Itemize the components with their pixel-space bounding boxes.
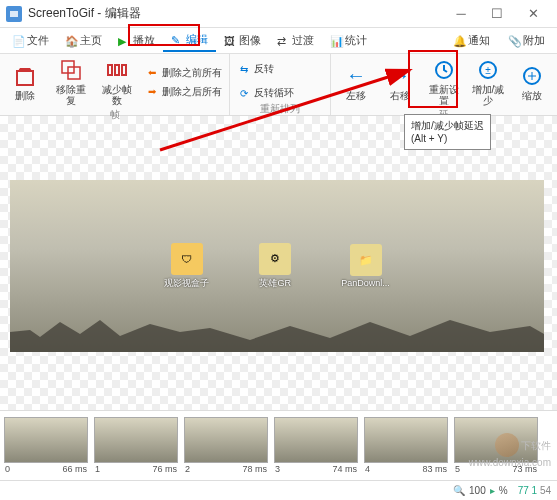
thumb-index: 3 [275,464,280,474]
desktop-icon-2: ⚙ 英雄GR [259,243,291,290]
menu-attach[interactable]: 📎附加 [500,30,553,51]
zoom-unit: % [499,485,508,496]
ribbon-group-frames: 删除 移除重复 减少帧数 ⬅删除之前所有 ➡删除之后所有 帧 [0,54,230,115]
reverse-loop-button[interactable]: ⟳反转循环 [234,84,326,102]
reverse-button[interactable]: ⇆反转 [234,60,326,78]
thumb-ms: 78 ms [242,464,267,474]
watermark-logo-icon [495,433,519,457]
frame-count: 77 [518,485,529,496]
ribbon-group-move: ←左移 →右移 重新设置 ±增加/减少 缩放 延 [331,54,557,115]
close-button[interactable]: ✕ [515,0,551,28]
edit-icon: ✎ [171,34,183,46]
reduce-icon [105,58,129,82]
menu-home[interactable]: 🏠主页 [57,30,110,51]
attach-icon: 📎 [508,35,520,47]
group-label-rearrange: 重新排列 [234,102,326,116]
thumb-image [184,417,268,463]
stats-icon: 📊 [330,35,342,47]
svg-rect-5 [108,65,112,75]
svg-rect-1 [10,11,18,17]
desktop-icon-3: 📁 PanDownl... [341,244,390,288]
thumb-image [94,417,178,463]
frame-preview: 🛡 观影视盒子 ⚙ 英雄GR 📁 PanDownl... [10,180,544,352]
app-icon-3: 📁 [350,244,382,276]
watermark-text: 下软件 [521,440,551,451]
thumbnail[interactable]: 374 ms [272,417,360,475]
menu-file[interactable]: 📄文件 [4,30,57,51]
delete-before-button[interactable]: ⬅删除之前所有 [142,64,225,82]
loop-icon: ⟳ [237,86,251,100]
menu-image[interactable]: 🖼图像 [216,30,269,51]
maximize-button[interactable]: ☐ [479,0,515,28]
thumb-image [4,417,88,463]
thumbnail[interactable]: 483 ms [362,417,450,475]
remove-dup-icon [59,58,83,82]
clock-plusminus-icon: ± [476,58,500,82]
thumb-index: 2 [185,464,190,474]
thumb-index: 0 [5,464,10,474]
right-icon: → [388,64,412,88]
tooltip-shortcut: (Alt + Y) [411,132,484,145]
minimize-button[interactable]: ─ [443,0,479,28]
thumb-ms: 83 ms [422,464,447,474]
tooltip-title: 增加/减少帧延迟 [411,119,484,132]
thumb-ms: 74 ms [332,464,357,474]
thumbnail[interactable]: 176 ms [92,417,180,475]
window-controls: ─ ☐ ✕ [443,0,551,28]
city-silhouette [10,312,544,352]
zoom-value: 100 [469,485,486,496]
image-icon: 🖼 [224,35,236,47]
watermark: 下软件 www.downxia.com [469,433,551,468]
svg-text:±: ± [485,65,491,76]
arrow-right-del-icon: ➡ [145,85,159,99]
svg-rect-6 [115,65,119,75]
scale-button[interactable]: 缩放 [511,62,553,103]
menu-notify[interactable]: 🔔通知 [445,30,498,51]
inc-dec-button[interactable]: ±增加/减少 [467,56,509,108]
file-icon: 📄 [12,35,24,47]
clock-scale-icon [520,64,544,88]
transition-icon: ⇄ [277,35,289,47]
tooltip: 增加/减少帧延迟 (Alt + Y) [404,114,491,150]
bell-icon: 🔔 [453,35,465,47]
app-icon [6,6,22,22]
menu-play[interactable]: ▶播放 [110,30,163,51]
desktop-icon-1: 🛡 观影视盒子 [164,243,209,290]
thumbnail[interactable]: 278 ms [182,417,270,475]
play-icon: ▶ [118,35,130,47]
thumb-index: 5 [455,464,460,474]
ribbon-group-rearrange: ⇆反转 ⟳反转循环 重新排列 [230,54,331,115]
arrow-left-del-icon: ⬅ [145,66,159,80]
menu-bar: 📄文件 🏠主页 ▶播放 ✎编辑 🖼图像 ⇄过渡 📊统计 🔔通知 📎附加 [0,28,557,54]
app-icon-1: 🛡 [171,243,203,275]
zoom-control[interactable]: 🔍 100 ▸ % [453,485,508,496]
clock-reset-icon [432,58,456,82]
menu-transition[interactable]: ⇄过渡 [269,30,322,51]
frame-total: 54 [540,485,551,496]
ribbon-toolbar: 删除 移除重复 减少帧数 ⬅删除之前所有 ➡删除之后所有 帧 ⇆反转 ⟳反转循环… [0,54,557,116]
counter-sep: 1 [532,485,538,496]
thumbnail[interactable]: 066 ms [2,417,90,475]
delete-button[interactable]: 删除 [4,62,46,103]
move-left-button[interactable]: ←左移 [335,62,377,103]
svg-rect-2 [17,71,33,85]
remove-duplicates-button[interactable]: 移除重复 [50,56,92,108]
svg-rect-7 [122,65,126,75]
thumb-index: 4 [365,464,370,474]
frame-counter: 77 1 54 [518,485,551,496]
zoom-caret[interactable]: ▸ [490,485,495,496]
reverse-icon: ⇆ [237,62,251,76]
delete-after-button[interactable]: ➡删除之后所有 [142,83,225,101]
menu-edit[interactable]: ✎编辑 [163,29,216,52]
canvas-area[interactable]: 🛡 观影视盒子 ⚙ 英雄GR 📁 PanDownl... [0,116,557,410]
zoom-icon: 🔍 [453,485,465,496]
reduce-frames-button[interactable]: 减少帧数 [96,56,138,108]
menu-stats[interactable]: 📊统计 [322,30,375,51]
thumb-image [274,417,358,463]
move-right-button[interactable]: →右移 [379,62,421,103]
watermark-url: www.downxia.com [469,457,551,468]
reset-button[interactable]: 重新设置 [423,56,465,108]
title-bar: ScreenToGif - 编辑器 ─ ☐ ✕ [0,0,557,28]
delete-icon [13,64,37,88]
thumb-image [364,417,448,463]
